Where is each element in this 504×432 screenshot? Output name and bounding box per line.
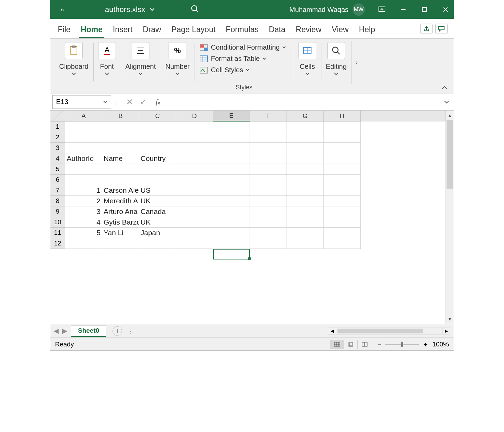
cell-E2[interactable] [213, 132, 250, 143]
ribbon-overflow-button[interactable]: › [352, 41, 362, 84]
cell-G8[interactable] [287, 196, 324, 206]
row-header-12[interactable]: 12 [50, 238, 65, 249]
zoom-in-button[interactable]: ＋ [422, 340, 429, 349]
cell-E11[interactable] [213, 228, 250, 238]
row-header-1[interactable]: 1 [50, 122, 65, 132]
comments-button[interactable] [435, 24, 448, 34]
scroll-down-arrow[interactable]: ▼ [446, 314, 454, 324]
cell-H4[interactable] [324, 153, 361, 164]
col-header-E[interactable]: E [213, 111, 250, 122]
cell-E10[interactable] [213, 217, 250, 228]
cell-C4[interactable]: Country [139, 153, 176, 164]
cell-F11[interactable] [250, 228, 287, 238]
cell-A4[interactable]: AuthorId [65, 153, 102, 164]
document-title[interactable]: authors.xlsx [105, 5, 155, 14]
row-header-5[interactable]: 5 [50, 164, 65, 175]
cell-A10[interactable]: 4 [65, 217, 102, 228]
row-header-9[interactable]: 9 [50, 206, 65, 217]
cell-E1[interactable] [213, 122, 250, 132]
horizontal-scrollbar[interactable]: ◀ ▶ [138, 328, 454, 334]
cell-H9[interactable] [324, 206, 361, 217]
account-button[interactable]: Muhammad Waqas MW [289, 3, 365, 16]
cell-F8[interactable] [250, 196, 287, 206]
row-header-8[interactable]: 8 [50, 196, 65, 206]
cell-G11[interactable] [287, 228, 324, 238]
row-header-3[interactable]: 3 [50, 143, 65, 153]
cell-D4[interactable] [176, 153, 213, 164]
cell-H6[interactable] [324, 175, 361, 185]
cell-D11[interactable] [176, 228, 213, 238]
cell-E6[interactable] [213, 175, 250, 185]
editing-button[interactable] [327, 42, 345, 59]
cell-E7[interactable] [213, 185, 250, 196]
cell-C10[interactable]: UK [139, 217, 176, 228]
cell-D10[interactable] [176, 217, 213, 228]
chevron-down-icon[interactable] [334, 73, 338, 75]
tab-review[interactable]: Review [294, 23, 323, 38]
maximize-button[interactable] [420, 5, 429, 14]
col-header-H[interactable]: H [324, 111, 361, 122]
tab-formulas[interactable]: Formulas [224, 23, 260, 38]
normal-view-button[interactable] [330, 340, 344, 349]
new-sheet-button[interactable]: ＋ [112, 326, 122, 336]
cell-B4[interactable]: Name [102, 153, 139, 164]
cell-G5[interactable] [287, 164, 324, 175]
zoom-slider[interactable] [385, 344, 419, 345]
cell-H5[interactable] [324, 164, 361, 175]
paste-button[interactable] [65, 42, 83, 59]
tab-view[interactable]: View [330, 23, 350, 38]
cell-B6[interactable] [102, 175, 139, 185]
cell-C1[interactable] [139, 122, 176, 132]
tab-file[interactable]: File [56, 23, 72, 38]
cell-F4[interactable] [250, 153, 287, 164]
zoom-control[interactable]: − ＋ 100% [377, 340, 449, 349]
row-header-11[interactable]: 11 [50, 228, 65, 238]
number-button[interactable]: % [169, 42, 186, 59]
cell-D1[interactable] [176, 122, 213, 132]
cell-A1[interactable] [65, 122, 102, 132]
cell-C8[interactable]: UK [139, 196, 176, 206]
cell-D7[interactable] [176, 185, 213, 196]
prev-sheet-button[interactable]: ◀ [54, 327, 59, 335]
cell-G2[interactable] [287, 132, 324, 143]
minimize-button[interactable] [398, 5, 408, 14]
cell-B3[interactable] [102, 143, 139, 153]
cell-F9[interactable] [250, 206, 287, 217]
scroll-right-arrow[interactable]: ▶ [442, 328, 450, 334]
page-layout-button[interactable] [344, 340, 358, 349]
cell-C3[interactable] [139, 143, 176, 153]
scroll-thumb[interactable] [447, 120, 453, 189]
cell-B12[interactable] [102, 238, 139, 249]
col-header-A[interactable]: A [65, 111, 102, 122]
row-header-2[interactable]: 2 [50, 132, 65, 143]
cell-H1[interactable] [324, 122, 361, 132]
cell-D12[interactable] [176, 238, 213, 249]
cell-D8[interactable] [176, 196, 213, 206]
cell-A3[interactable] [65, 143, 102, 153]
cell-C5[interactable] [139, 164, 176, 175]
cell-H7[interactable] [324, 185, 361, 196]
cell-G3[interactable] [287, 143, 324, 153]
cell-F2[interactable] [250, 132, 287, 143]
cell-C2[interactable] [139, 132, 176, 143]
share-button[interactable] [420, 24, 433, 34]
conditional-formatting-button[interactable]: Conditional Formatting [199, 43, 286, 52]
cell-G4[interactable] [287, 153, 324, 164]
collapse-ribbon-icon[interactable] [441, 86, 448, 90]
cell-A7[interactable]: 1 [65, 185, 102, 196]
cell-A5[interactable] [65, 164, 102, 175]
cell-E12[interactable] [213, 238, 250, 249]
cell-H8[interactable] [324, 196, 361, 206]
cell-B1[interactable] [102, 122, 139, 132]
chevron-down-icon[interactable] [72, 73, 76, 75]
sheet-tab[interactable]: Sheet0 [71, 325, 106, 337]
enter-button[interactable]: ✓ [140, 97, 147, 107]
zoom-out-button[interactable]: − [377, 341, 381, 348]
cell-B7[interactable]: Carson Ale [102, 185, 139, 196]
cell-F5[interactable] [250, 164, 287, 175]
scroll-up-arrow[interactable]: ▲ [446, 111, 454, 120]
cell-A2[interactable] [65, 132, 102, 143]
cell-B8[interactable]: Meredith A [102, 196, 139, 206]
fx-icon[interactable]: fx [152, 98, 164, 106]
page-break-button[interactable] [358, 340, 371, 349]
